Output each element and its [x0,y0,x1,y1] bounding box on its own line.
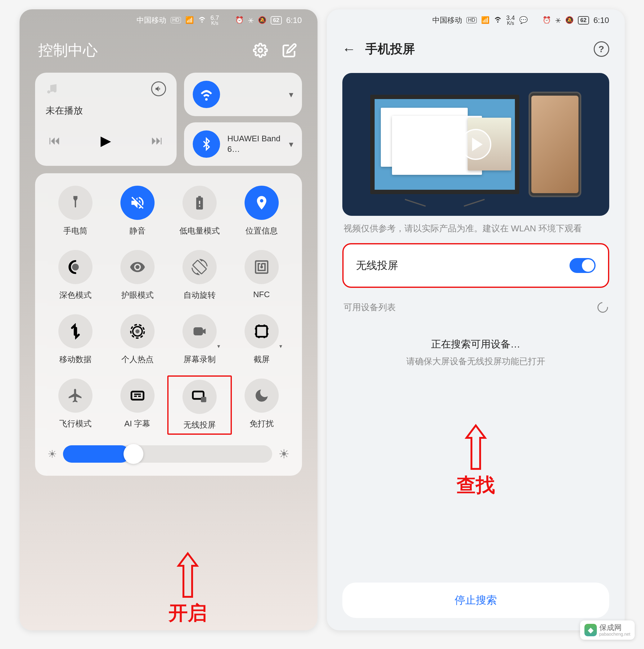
refresh-icon[interactable] [595,300,610,315]
svg-rect-9 [201,397,206,402]
tile-label: AI 字幕 [125,418,150,429]
tile-location[interactable]: 位置信息 [231,186,293,236]
edit-icon[interactable] [280,41,299,59]
alarm-icon: ⏰ [235,16,244,24]
brightness-slider[interactable]: ☀ ☀ [44,432,293,465]
tutorial-video[interactable] [342,73,609,216]
tile-screenshot[interactable]: ▾截屏 [231,314,293,365]
location-icon [244,186,279,220]
wireless-cast-toggle[interactable]: 无线投屏 [342,243,609,288]
watermark-url: pabaocheng.net [599,632,630,637]
dark-mode-icon [58,250,92,284]
signal-icon: 📶 [481,16,490,24]
brightness-low-icon: ☀ [47,448,57,460]
help-button[interactable]: ? [594,41,609,57]
media-status: 未在播放 [46,104,166,117]
tile-label: 深色模式 [59,290,92,301]
tile-label: 屏幕录制 [183,354,216,365]
quick-toggles-grid: 手电筒静音低电量模式位置信息深色模式护眼模式自动旋转NFC移动数据个人热点▾屏幕… [35,173,302,476]
back-button[interactable]: ← [342,41,356,57]
searching-title: 正在搜索可用设备… [342,338,609,351]
bluetooth-icon [193,130,220,158]
settings-icon[interactable] [251,41,270,59]
alarm-icon: ⏰ [543,16,551,24]
music-icon [46,83,58,95]
tile-label: 个人热点 [121,354,154,365]
control-center-screen: 中国移动 HD 📶 6.7K/s ⏰ ⚹ 🔕 62 6:10 控制中心 [19,9,318,631]
hd-badge: HD [466,17,477,23]
tile-label: 位置信息 [245,225,278,236]
screenshot-icon [244,314,279,348]
tile-airplane[interactable]: 飞行模式 [44,379,106,432]
subtitle-icon [121,379,154,413]
bluetooth-device-label: HUAWEI Band 6… [228,133,281,155]
carrier-label: 中国移动 [432,15,462,25]
battery-indicator: 62 [271,16,282,25]
media-output-icon[interactable] [151,81,166,96]
bluetooth-toggle[interactable]: HUAWEI Band 6… ▾ [184,122,302,166]
watermark-name: 保成网 [599,623,630,632]
device-list-header: 可用设备列表 [327,296,625,319]
tile-nfc[interactable]: NFC [231,250,293,301]
mute-status-icon: 🔕 [565,16,573,24]
wifi-icon [494,15,502,25]
record-icon [183,314,217,348]
switch-on[interactable] [569,258,596,273]
chevron-down-icon: ▾ [289,139,293,149]
wifi-toggle[interactable]: ▾ [184,73,302,116]
watermark: ◆ 保成网 pabaocheng.net [580,620,635,640]
searching-subtitle: 请确保大屏设备无线投屏功能已打开 [342,355,609,367]
tile-eye[interactable]: 护眼模式 [106,250,169,301]
tile-label: 护眼模式 [121,290,154,301]
data-icon [58,314,92,348]
tile-dark-mode[interactable]: 深色模式 [44,250,106,301]
battery-leaf-icon [183,186,217,220]
nfc-icon [244,250,279,284]
tile-rotate[interactable]: 自动旋转 [169,250,231,301]
bluetooth-status-icon: ⚹ [555,16,561,24]
cast-settings-screen: 中国移动 HD 📶 3.4K/s 💬 ⏰ ⚹ 🔕 62 6:10 ← 手机投屏 … [327,9,625,631]
battery-indicator: 62 [578,16,589,25]
stop-search-button[interactable]: 停止搜索 [342,582,609,618]
prev-button[interactable]: ⏮ [49,134,60,147]
airplane-icon [58,379,92,413]
annotation-enable: 开启 [169,550,207,626]
play-button[interactable]: ▶ [100,133,111,148]
wifi-icon [198,15,206,25]
phone-illustration [528,92,581,197]
media-card[interactable]: 未在播放 ⏮ ▶ ⏭ [35,73,177,166]
tile-mute[interactable]: 静音 [106,186,169,236]
annotation-search: 查找 [457,422,495,498]
next-button[interactable]: ⏭ [151,134,163,147]
tile-data[interactable]: 移动数据 [44,314,106,365]
cast-icon [183,380,217,414]
moon-icon [244,379,279,413]
svg-point-1 [72,264,79,270]
mute-status-icon: 🔕 [258,16,266,24]
tile-record[interactable]: ▾屏幕录制 [169,314,231,365]
svg-rect-7 [131,392,143,400]
signal-icon: 📶 [185,16,194,24]
net-speed: 6.7K/s [211,14,219,26]
toggle-label: 无线投屏 [356,258,398,273]
chevron-down-icon: ▾ [289,89,293,100]
page-title: 手机投屏 [365,40,415,57]
hd-badge: HD [171,17,181,23]
tile-label: 移动数据 [59,354,92,365]
carrier-label: 中国移动 [137,15,166,25]
tile-moon[interactable]: 免打扰 [231,379,293,432]
tile-subtitle[interactable]: AI 字幕 [106,379,169,432]
svg-point-0 [259,48,262,52]
tile-battery-leaf[interactable]: 低电量模式 [169,186,231,236]
clock: 6:10 [286,15,302,25]
eye-icon [121,250,154,284]
tile-flashlight[interactable]: 手电筒 [44,186,106,236]
net-speed: 3.4K/s [506,14,515,26]
tile-label: 飞行模式 [59,418,92,429]
rotate-icon [183,250,217,284]
wifi-icon [193,81,220,108]
hotspot-icon [121,314,154,348]
tile-hotspot[interactable]: 个人热点 [106,314,169,365]
tile-cast[interactable]: 无线投屏 [167,376,232,435]
tile-label: 静音 [129,225,146,236]
